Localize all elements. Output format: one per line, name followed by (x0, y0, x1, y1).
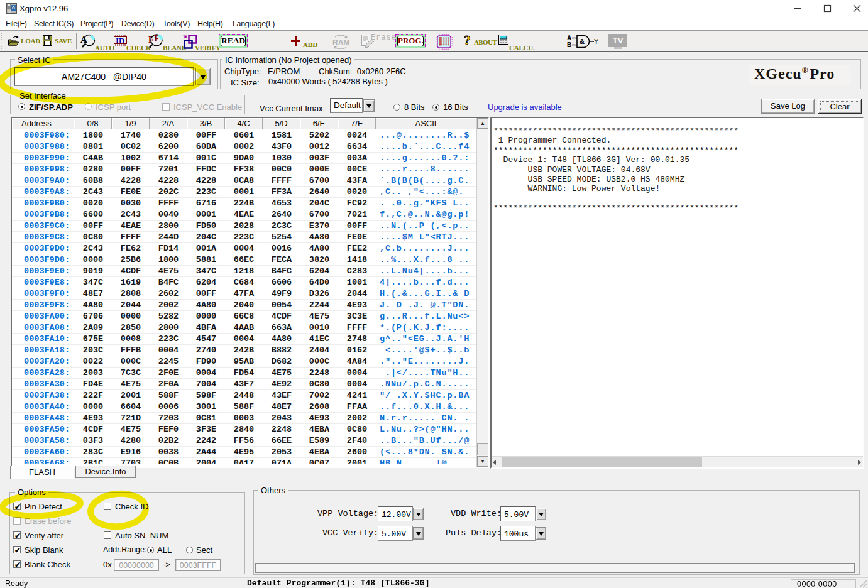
svg-text:A: A (567, 35, 571, 41)
svg-text:RAM: RAM (332, 38, 349, 47)
svg-text:?: ? (464, 34, 471, 48)
svg-text:ID: ID (116, 36, 124, 45)
svg-text:B: B (567, 41, 571, 48)
svg-text:&: & (580, 38, 585, 45)
svg-text:Y: Y (594, 38, 598, 45)
